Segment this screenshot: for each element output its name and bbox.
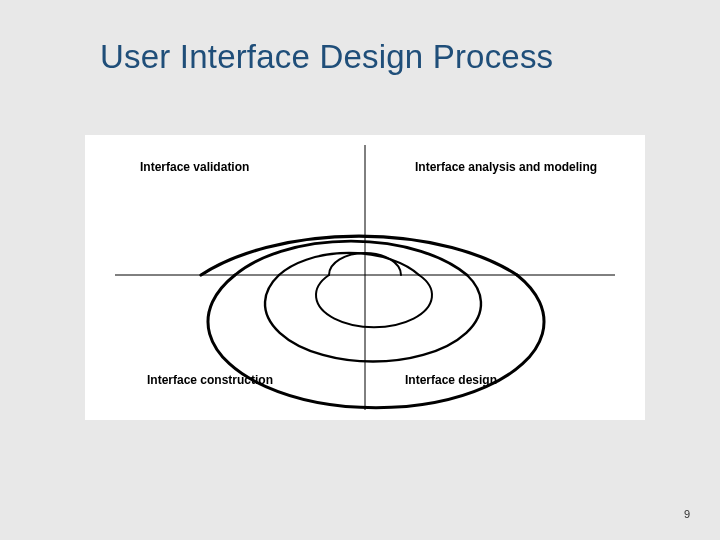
quadrant-label-top-right: Interface analysis and modeling [415, 160, 597, 174]
slide-title: User Interface Design Process [100, 38, 553, 76]
spiral-diagram: Interface validation Interface analysis … [85, 135, 645, 420]
quadrant-label-top-left: Interface validation [140, 160, 249, 174]
slide: User Interface Design Process Int [0, 0, 720, 540]
page-number: 9 [684, 508, 690, 520]
quadrant-label-bottom-left: Interface construction [147, 373, 273, 387]
quadrant-label-bottom-right: Interface design [405, 373, 497, 387]
